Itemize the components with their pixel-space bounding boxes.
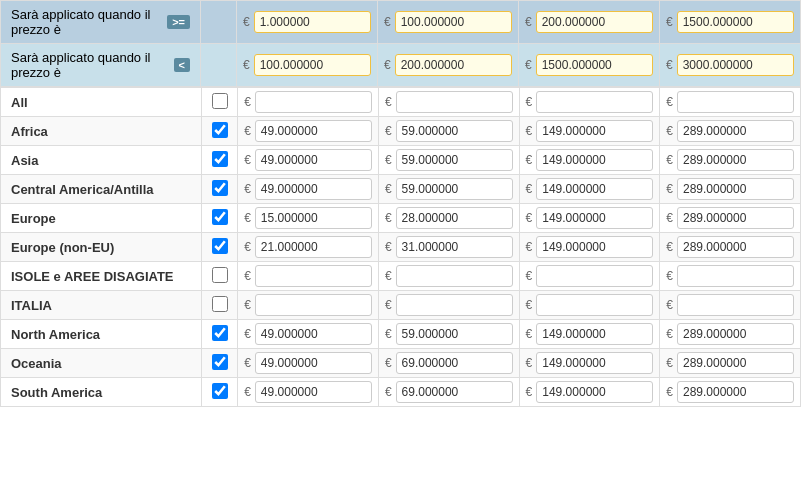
euro-symbol: € [385, 298, 392, 312]
operator-gte-badge: >= [167, 15, 190, 29]
price-input-0[interactable] [255, 294, 372, 316]
row-checkbox[interactable] [212, 180, 228, 196]
header-price-2-gte: € [378, 1, 519, 44]
price-input-2[interactable] [536, 207, 653, 229]
price-input-0[interactable] [255, 149, 372, 171]
row-checkbox[interactable] [212, 209, 228, 225]
price-input-0[interactable] [255, 236, 372, 258]
price-cell-1: € [378, 349, 519, 378]
euro-symbol: € [244, 269, 251, 283]
threshold-gte-1[interactable] [254, 11, 371, 33]
price-input-2[interactable] [536, 178, 653, 200]
row-label: Oceania [1, 349, 202, 378]
euro-symbol: € [385, 269, 392, 283]
price-input-1[interactable] [396, 207, 513, 229]
threshold-gte-2[interactable] [395, 11, 512, 33]
euro-symbol: € [666, 385, 673, 399]
threshold-lt-1[interactable] [254, 54, 371, 76]
price-input-2[interactable] [536, 91, 653, 113]
price-input-1[interactable] [396, 352, 513, 374]
euro-symbol: € [526, 153, 533, 167]
row-checkbox-cell [202, 117, 238, 146]
row-checkbox-cell [202, 204, 238, 233]
price-input-3[interactable] [677, 265, 794, 287]
header-price-4-gte: € [660, 1, 801, 44]
price-input-0[interactable] [255, 265, 372, 287]
row-checkbox-cell [202, 262, 238, 291]
price-input-2[interactable] [536, 265, 653, 287]
price-input-2[interactable] [536, 294, 653, 316]
euro-sign: € [525, 58, 532, 72]
price-input-1[interactable] [396, 149, 513, 171]
price-input-2[interactable] [536, 149, 653, 171]
euro-symbol: € [385, 240, 392, 254]
euro-symbol: € [385, 385, 392, 399]
price-input-1[interactable] [396, 178, 513, 200]
price-input-1[interactable] [396, 294, 513, 316]
row-label: Central America/Antilla [1, 175, 202, 204]
price-input-3[interactable] [677, 236, 794, 258]
price-input-0[interactable] [255, 323, 372, 345]
price-input-3[interactable] [677, 149, 794, 171]
price-input-3[interactable] [677, 294, 794, 316]
row-checkbox[interactable] [212, 325, 228, 341]
price-input-0[interactable] [255, 207, 372, 229]
row-checkbox[interactable] [212, 93, 228, 109]
price-cell-0: € [238, 204, 379, 233]
threshold-lt-3[interactable] [536, 54, 653, 76]
euro-symbol: € [244, 298, 251, 312]
price-input-2[interactable] [536, 236, 653, 258]
euro-symbol: € [244, 240, 251, 254]
price-input-0[interactable] [255, 381, 372, 403]
price-input-1[interactable] [396, 120, 513, 142]
row-checkbox[interactable] [212, 238, 228, 254]
price-input-1[interactable] [396, 91, 513, 113]
price-input-3[interactable] [677, 120, 794, 142]
price-input-2[interactable] [536, 381, 653, 403]
table-row: All€€€€ [1, 88, 801, 117]
threshold-gte-3[interactable] [536, 11, 653, 33]
row-checkbox[interactable] [212, 296, 228, 312]
threshold-gte-4[interactable] [677, 11, 794, 33]
euro-symbol: € [666, 95, 673, 109]
price-input-1[interactable] [396, 381, 513, 403]
price-input-2[interactable] [536, 120, 653, 142]
price-input-1[interactable] [396, 323, 513, 345]
price-cell-2: € [519, 349, 660, 378]
row-checkbox[interactable] [212, 122, 228, 138]
price-input-0[interactable] [255, 352, 372, 374]
euro-symbol: € [244, 124, 251, 138]
row-checkbox[interactable] [212, 267, 228, 283]
table-row: South America€€€€ [1, 378, 801, 407]
row-checkbox-cell [202, 291, 238, 320]
price-input-2[interactable] [536, 352, 653, 374]
euro-symbol: € [526, 298, 533, 312]
price-input-1[interactable] [396, 265, 513, 287]
price-input-2[interactable] [536, 323, 653, 345]
price-input-0[interactable] [255, 120, 372, 142]
price-input-3[interactable] [677, 352, 794, 374]
price-cell-3: € [660, 204, 801, 233]
price-input-1[interactable] [396, 236, 513, 258]
price-input-3[interactable] [677, 207, 794, 229]
price-input-0[interactable] [255, 91, 372, 113]
operator-lt-badge: < [174, 58, 190, 72]
price-input-3[interactable] [677, 323, 794, 345]
price-input-0[interactable] [255, 178, 372, 200]
threshold-lt-2[interactable] [395, 54, 512, 76]
row-checkbox[interactable] [212, 151, 228, 167]
price-input-3[interactable] [677, 91, 794, 113]
euro-symbol: € [666, 211, 673, 225]
price-cell-0: € [238, 146, 379, 175]
row-checkbox[interactable] [212, 383, 228, 399]
price-cell-3: € [660, 117, 801, 146]
euro-sign: € [666, 58, 673, 72]
euro-sign: € [243, 15, 250, 29]
row-checkbox[interactable] [212, 354, 228, 370]
row-label: Asia [1, 146, 202, 175]
euro-symbol: € [244, 211, 251, 225]
price-cell-0: € [238, 175, 379, 204]
threshold-lt-4[interactable] [677, 54, 794, 76]
price-input-3[interactable] [677, 178, 794, 200]
price-input-3[interactable] [677, 381, 794, 403]
